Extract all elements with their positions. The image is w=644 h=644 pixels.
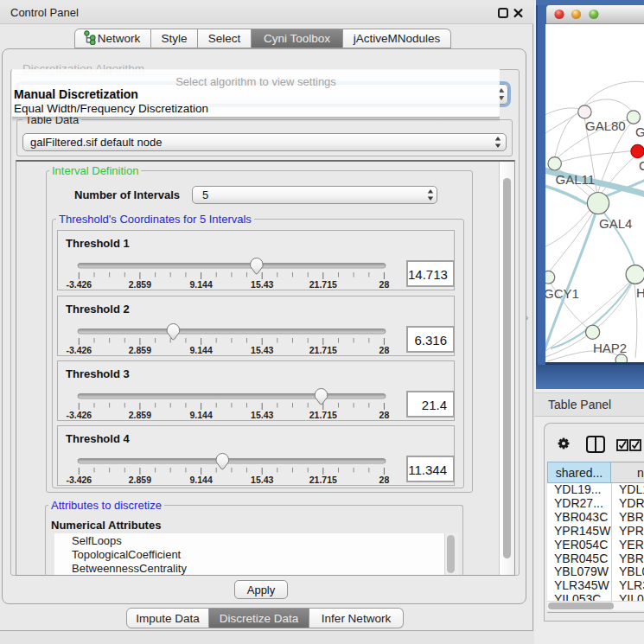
- svg-text:9.144: 9.144: [189, 409, 212, 419]
- svg-text:C: C: [639, 158, 644, 173]
- svg-text:HAP2: HAP2: [593, 341, 627, 355]
- svg-text:-3.426: -3.426: [66, 279, 92, 290]
- svg-text:28: 28: [379, 344, 390, 354]
- svg-text:28: 28: [379, 474, 390, 484]
- svg-text:21.715: 21.715: [309, 409, 337, 419]
- svg-text:9.144: 9.144: [189, 279, 212, 290]
- svg-text:21.715: 21.715: [309, 279, 337, 290]
- svg-text:9.144: 9.144: [189, 474, 212, 484]
- svg-text:GA: GA: [635, 124, 644, 139]
- svg-text:2.859: 2.859: [129, 409, 151, 419]
- svg-text:-3.426: -3.426: [66, 344, 92, 354]
- svg-text:21.715: 21.715: [309, 474, 337, 484]
- svg-text:15.43: 15.43: [251, 279, 273, 290]
- svg-text:GAL11: GAL11: [556, 172, 596, 187]
- svg-text:2.859: 2.859: [129, 279, 151, 290]
- svg-text:28: 28: [379, 409, 390, 419]
- svg-text:28: 28: [379, 279, 390, 290]
- svg-text:15.43: 15.43: [251, 344, 273, 354]
- svg-text:GCY1: GCY1: [545, 286, 579, 301]
- svg-text:9.144: 9.144: [189, 344, 212, 354]
- svg-text:-3.426: -3.426: [66, 474, 92, 484]
- svg-text:H: H: [636, 285, 644, 300]
- svg-text:15.43: 15.43: [251, 409, 273, 419]
- svg-text:GAL80: GAL80: [585, 118, 626, 133]
- svg-text:2.859: 2.859: [129, 474, 151, 484]
- svg-text:2.859: 2.859: [129, 344, 151, 354]
- svg-text:21.715: 21.715: [309, 344, 337, 354]
- svg-text:15.43: 15.43: [251, 474, 273, 484]
- svg-text:GAL4: GAL4: [599, 216, 632, 231]
- svg-text:-3.426: -3.426: [66, 409, 92, 419]
